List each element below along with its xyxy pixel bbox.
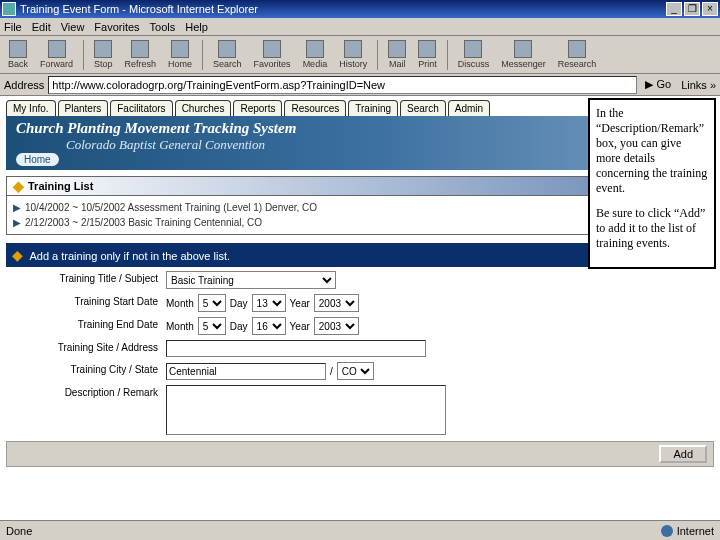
back-button[interactable]: Back [2,38,34,71]
address-input[interactable] [48,76,637,94]
menu-bar: File Edit View Favorites Tools Help [0,18,720,36]
history-icon [344,40,362,58]
start-year-select[interactable]: 2003 [314,294,359,312]
tab-search[interactable]: Search [400,100,446,116]
search-button[interactable]: Search [207,38,248,71]
discuss-icon [464,40,482,58]
security-zone: Internet [661,525,714,537]
ie-icon [2,2,16,16]
end-day-select[interactable]: 16 [252,317,286,335]
discuss-button[interactable]: Discuss [452,38,496,71]
form-actions: Add [6,441,714,467]
training-title-select[interactable]: Basic Training [166,271,336,289]
home-icon [171,40,189,58]
site-label: Training Site / Address [6,340,166,357]
menu-file[interactable]: File [4,21,22,33]
tab-training[interactable]: Training [348,100,398,116]
tab-resources[interactable]: Resources [284,100,346,116]
callout-text-2: Be sure to click “Add” to add it to the … [596,206,708,251]
research-button[interactable]: Research [552,38,603,71]
favorites-icon [263,40,281,58]
menu-tools[interactable]: Tools [150,21,176,33]
status-done: Done [6,525,32,537]
messenger-button[interactable]: Messenger [495,38,552,71]
callout-text-1: In the “Description/Remark” box, you can… [596,106,708,196]
window-titlebar: Training Event Form - Microsoft Internet… [0,0,720,18]
print-icon [418,40,436,58]
tab-facilitators[interactable]: Facilitators [110,100,172,116]
state-select[interactable]: CO [337,362,374,380]
address-label: Address [4,79,44,91]
refresh-icon [131,40,149,58]
favorites-button[interactable]: Favorites [248,38,297,71]
triangle-icon: ▶ [13,217,21,228]
mail-icon [388,40,406,58]
window-title: Training Event Form - Microsoft Internet… [20,3,258,15]
stop-button[interactable]: Stop [88,38,119,71]
end-year-select[interactable]: 2003 [314,317,359,335]
restore-button[interactable]: ❐ [684,2,700,16]
research-icon [568,40,586,58]
instruction-callout: In the “Description/Remark” box, you can… [588,98,716,269]
mail-button[interactable]: Mail [382,38,412,71]
bullet-icon: ◆ [13,178,24,194]
end-month-select[interactable]: 5 [198,317,226,335]
links-button[interactable]: Links » [681,79,716,91]
minimize-button[interactable]: _ [666,2,682,16]
start-day-select[interactable]: 13 [252,294,286,312]
menu-help[interactable]: Help [185,21,208,33]
back-icon [9,40,27,58]
media-icon [306,40,324,58]
search-icon [218,40,236,58]
refresh-button[interactable]: Refresh [119,38,163,71]
status-bar: Done Internet [0,520,720,540]
city-input[interactable] [166,363,326,380]
start-month-select[interactable]: 5 [198,294,226,312]
end-date-label: Training End Date [6,317,166,335]
tab-reports[interactable]: Reports [233,100,282,116]
section-title: Training List [28,180,93,192]
forward-icon [48,40,66,58]
print-button[interactable]: Print [412,38,443,71]
start-date-label: Training Start Date [6,294,166,312]
page-content: My Info. Planters Facilitators Churches … [0,96,720,520]
media-button[interactable]: Media [297,38,334,71]
site-input[interactable] [166,340,426,357]
history-button[interactable]: History [333,38,373,71]
add-button[interactable]: Add [659,445,707,463]
city-label: Training City / State [6,362,166,380]
tab-churches[interactable]: Churches [175,100,232,116]
stop-icon [94,40,112,58]
tab-myinfo[interactable]: My Info. [6,100,56,116]
close-button[interactable]: × [702,2,718,16]
triangle-icon: ▶ [13,202,21,213]
banner-home-button[interactable]: Home [16,153,59,166]
browser-toolbar: Back Forward Stop Refresh Home Search Fa… [0,36,720,74]
description-label: Description / Remark [6,385,166,437]
home-button[interactable]: Home [162,38,198,71]
tab-admin[interactable]: Admin [448,100,490,116]
tab-planters[interactable]: Planters [58,100,109,116]
go-button[interactable]: ▶ Go [641,77,675,92]
description-textarea[interactable] [166,385,446,435]
bullet-icon: ◆ [12,247,23,263]
menu-favorites[interactable]: Favorites [94,21,139,33]
globe-icon [661,525,673,537]
training-form: Training Title / Subject Basic Training … [6,271,714,437]
menu-view[interactable]: View [61,21,85,33]
title-label: Training Title / Subject [6,271,166,289]
menu-edit[interactable]: Edit [32,21,51,33]
address-bar: Address ▶ Go Links » [0,74,720,96]
messenger-icon [514,40,532,58]
forward-button[interactable]: Forward [34,38,79,71]
